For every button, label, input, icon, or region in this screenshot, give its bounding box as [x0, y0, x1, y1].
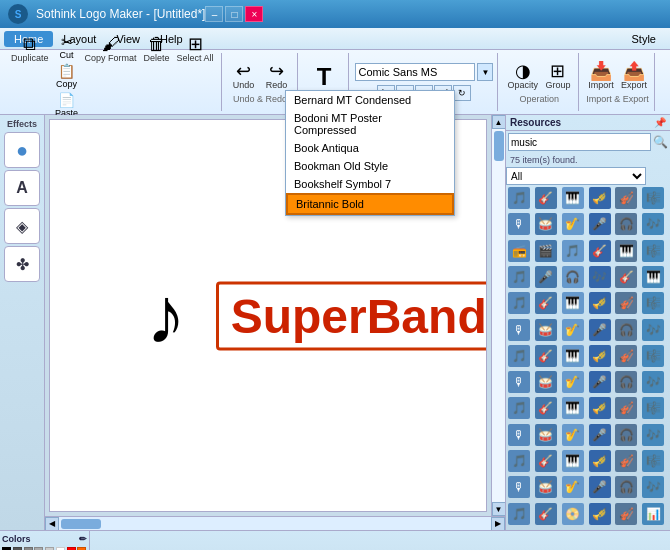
resource-item[interactable]: 🎙: [508, 319, 530, 341]
horizontal-scrollbar[interactable]: ◀ ▶: [45, 516, 505, 530]
resource-item[interactable]: 🎼: [642, 397, 664, 419]
resource-item[interactable]: 🎤: [589, 371, 611, 393]
resource-item[interactable]: 🎵: [508, 397, 530, 419]
resource-item[interactable]: 🎙: [508, 371, 530, 393]
category-select[interactable]: All: [506, 167, 646, 185]
resource-item[interactable]: 🎻: [615, 397, 637, 419]
search-input[interactable]: [508, 133, 651, 151]
effect-btn-0[interactable]: ●: [4, 132, 40, 168]
resource-item[interactable]: 🎶: [642, 424, 664, 446]
resource-item[interactable]: 🎼: [642, 240, 664, 262]
resource-item[interactable]: 🎹: [562, 345, 584, 367]
resource-item[interactable]: 🎺: [589, 503, 611, 525]
scroll-down-btn[interactable]: ▼: [492, 502, 506, 516]
resource-item[interactable]: 🎸: [589, 240, 611, 262]
font-item-0[interactable]: Bernard MT Condensed: [286, 91, 454, 109]
import-button[interactable]: 📥 Import: [585, 60, 617, 92]
resource-item[interactable]: 🎵: [508, 266, 530, 288]
h-scroll-thumb[interactable]: [61, 519, 101, 529]
resource-item[interactable]: 🎶: [642, 213, 664, 235]
resource-item[interactable]: 🎺: [589, 292, 611, 314]
nav-refresh-btn[interactable]: ↻: [453, 85, 471, 101]
restore-button[interactable]: □: [225, 6, 243, 22]
resource-item[interactable]: 🎺: [589, 450, 611, 472]
resource-item[interactable]: 🎤: [589, 476, 611, 498]
resource-item[interactable]: 🎼: [642, 292, 664, 314]
resource-item[interactable]: 🎧: [615, 424, 637, 446]
scroll-up-btn[interactable]: ▲: [492, 115, 506, 129]
scroll-thumb[interactable]: [494, 131, 504, 161]
resource-item[interactable]: 🎷: [562, 213, 584, 235]
close-button[interactable]: ×: [245, 6, 263, 22]
resource-item[interactable]: 🎶: [642, 371, 664, 393]
resource-item[interactable]: 🎙: [508, 424, 530, 446]
resource-item[interactable]: 🎧: [615, 319, 637, 341]
font-item-5[interactable]: Britannic Bold: [286, 193, 454, 215]
cut-button[interactable]: ✂ Cut: [53, 33, 81, 61]
resource-item[interactable]: 🥁: [535, 424, 557, 446]
resource-item[interactable]: 🎷: [562, 424, 584, 446]
resource-item[interactable]: 🎼: [642, 187, 664, 209]
resource-item[interactable]: 📀: [562, 503, 584, 525]
resource-item[interactable]: 🎧: [615, 476, 637, 498]
group-button[interactable]: ⊞ Group: [542, 60, 574, 92]
resource-item[interactable]: 🎸: [615, 266, 637, 288]
vertical-scrollbar[interactable]: ▲ ▼: [491, 115, 505, 516]
opacity-button[interactable]: ◑ Opacity: [504, 60, 541, 92]
scroll-left-btn[interactable]: ◀: [45, 517, 59, 531]
font-item-4[interactable]: Bookshelf Symbol 7: [286, 175, 454, 193]
resource-item[interactable]: 🎧: [562, 266, 584, 288]
font-input[interactable]: [355, 63, 475, 81]
export-button[interactable]: 📤 Export: [618, 60, 650, 92]
resource-item[interactable]: 🎸: [535, 450, 557, 472]
font-dropdown-btn[interactable]: ▼: [477, 63, 493, 81]
resource-item[interactable]: 🎤: [589, 319, 611, 341]
redo-button[interactable]: ↪ Redo: [261, 60, 293, 92]
resource-item[interactable]: 🎙: [508, 476, 530, 498]
effect-btn-1[interactable]: A: [4, 170, 40, 206]
resource-item[interactable]: 🎻: [615, 503, 637, 525]
resource-item[interactable]: 🎵: [508, 292, 530, 314]
menu-style[interactable]: Style: [622, 31, 666, 47]
resource-item[interactable]: 🎤: [589, 213, 611, 235]
resource-item[interactable]: 🎤: [589, 424, 611, 446]
resource-item[interactable]: 🎷: [562, 371, 584, 393]
resource-item[interactable]: 🎼: [642, 345, 664, 367]
undo-button[interactable]: ↩ Undo: [228, 60, 260, 92]
resource-item[interactable]: 📻: [508, 240, 530, 262]
resource-item[interactable]: 🎸: [535, 397, 557, 419]
resource-item[interactable]: 🎸: [535, 503, 557, 525]
copy-button[interactable]: 📋 Copy: [53, 62, 81, 90]
resource-item[interactable]: 🥁: [535, 319, 557, 341]
resource-item[interactable]: 🎻: [615, 187, 637, 209]
resource-item[interactable]: 🎺: [589, 345, 611, 367]
resource-item[interactable]: 🎹: [562, 292, 584, 314]
resource-item[interactable]: 🥁: [535, 213, 557, 235]
resource-item[interactable]: 🎶: [589, 266, 611, 288]
search-icon[interactable]: 🔍: [653, 135, 668, 149]
resource-item[interactable]: 🎵: [508, 345, 530, 367]
resource-item[interactable]: 🎸: [535, 292, 557, 314]
resource-item[interactable]: 🎶: [642, 319, 664, 341]
resource-item[interactable]: 🎸: [535, 345, 557, 367]
resource-item[interactable]: 🎧: [615, 213, 637, 235]
font-item-1[interactable]: Bodoni MT Poster Compressed: [286, 109, 454, 139]
scroll-right-btn[interactable]: ▶: [491, 517, 505, 531]
resource-item[interactable]: 🎷: [562, 319, 584, 341]
resource-item[interactable]: 🎹: [615, 240, 637, 262]
font-item-3[interactable]: Bookman Old Style: [286, 157, 454, 175]
resource-item[interactable]: 🎹: [562, 397, 584, 419]
resource-item[interactable]: 📊: [642, 503, 664, 525]
resource-item[interactable]: 🎷: [562, 476, 584, 498]
resource-item[interactable]: 🎺: [589, 187, 611, 209]
resource-item[interactable]: 🎤: [535, 266, 557, 288]
resource-item[interactable]: 🎻: [615, 450, 637, 472]
resource-item[interactable]: 🎵: [508, 503, 530, 525]
resource-item[interactable]: 🎹: [562, 450, 584, 472]
resource-item[interactable]: 🎼: [642, 450, 664, 472]
font-item-2[interactable]: Book Antiqua: [286, 139, 454, 157]
resource-item[interactable]: 🎬: [535, 240, 557, 262]
resource-item[interactable]: 🎙: [508, 213, 530, 235]
resource-item[interactable]: 🎹: [562, 187, 584, 209]
minimize-button[interactable]: –: [205, 6, 223, 22]
